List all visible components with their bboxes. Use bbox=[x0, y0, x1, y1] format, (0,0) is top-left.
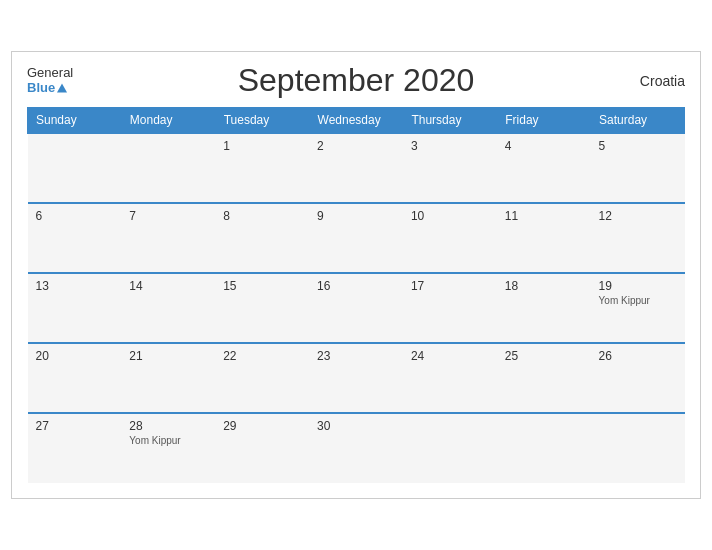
header-wednesday: Wednesday bbox=[309, 108, 403, 134]
day-number: 10 bbox=[411, 209, 489, 223]
country-label: Croatia bbox=[640, 73, 685, 89]
header-tuesday: Tuesday bbox=[215, 108, 309, 134]
calendar-grid: Sunday Monday Tuesday Wednesday Thursday… bbox=[27, 107, 685, 483]
header-monday: Monday bbox=[121, 108, 215, 134]
calendar-cell: 28Yom Kippur bbox=[121, 413, 215, 483]
day-number: 3 bbox=[411, 139, 489, 153]
calendar-cell: 16 bbox=[309, 273, 403, 343]
calendar-cell: 3 bbox=[403, 133, 497, 203]
calendar-cell: 26 bbox=[591, 343, 685, 413]
calendar-title: September 2020 bbox=[238, 62, 475, 99]
day-number: 17 bbox=[411, 279, 489, 293]
calendar-cell bbox=[121, 133, 215, 203]
header-sunday: Sunday bbox=[28, 108, 122, 134]
calendar-cell bbox=[591, 413, 685, 483]
calendar-header: General Blue September 2020 Croatia bbox=[27, 62, 685, 99]
day-number: 21 bbox=[129, 349, 207, 363]
calendar-cell: 6 bbox=[28, 203, 122, 273]
calendar-cell: 21 bbox=[121, 343, 215, 413]
header-saturday: Saturday bbox=[591, 108, 685, 134]
day-number: 1 bbox=[223, 139, 301, 153]
day-number: 9 bbox=[317, 209, 395, 223]
calendar-cell: 15 bbox=[215, 273, 309, 343]
day-number: 26 bbox=[599, 349, 677, 363]
calendar-cell: 17 bbox=[403, 273, 497, 343]
calendar-cell: 23 bbox=[309, 343, 403, 413]
weekday-header-row: Sunday Monday Tuesday Wednesday Thursday… bbox=[28, 108, 685, 134]
event-label: Yom Kippur bbox=[129, 435, 207, 446]
day-number: 6 bbox=[36, 209, 114, 223]
day-number: 16 bbox=[317, 279, 395, 293]
calendar-cell: 13 bbox=[28, 273, 122, 343]
calendar-cell: 24 bbox=[403, 343, 497, 413]
day-number: 2 bbox=[317, 139, 395, 153]
header-friday: Friday bbox=[497, 108, 591, 134]
day-number: 30 bbox=[317, 419, 395, 433]
day-number: 8 bbox=[223, 209, 301, 223]
calendar-cell: 12 bbox=[591, 203, 685, 273]
calendar-cell: 19Yom Kippur bbox=[591, 273, 685, 343]
day-number: 13 bbox=[36, 279, 114, 293]
calendar-week-row: 2728Yom Kippur2930 bbox=[28, 413, 685, 483]
day-number: 24 bbox=[411, 349, 489, 363]
day-number: 19 bbox=[599, 279, 677, 293]
calendar-cell: 2 bbox=[309, 133, 403, 203]
day-number: 14 bbox=[129, 279, 207, 293]
calendar-week-row: 13141516171819Yom Kippur bbox=[28, 273, 685, 343]
day-number: 20 bbox=[36, 349, 114, 363]
day-number: 28 bbox=[129, 419, 207, 433]
calendar-cell: 11 bbox=[497, 203, 591, 273]
logo-general-text: General bbox=[27, 65, 73, 81]
calendar-cell: 10 bbox=[403, 203, 497, 273]
calendar-cell: 18 bbox=[497, 273, 591, 343]
calendar-week-row: 6789101112 bbox=[28, 203, 685, 273]
calendar-cell: 14 bbox=[121, 273, 215, 343]
day-number: 27 bbox=[36, 419, 114, 433]
day-number: 4 bbox=[505, 139, 583, 153]
calendar-cell: 5 bbox=[591, 133, 685, 203]
calendar-cell: 27 bbox=[28, 413, 122, 483]
day-number: 23 bbox=[317, 349, 395, 363]
day-number: 29 bbox=[223, 419, 301, 433]
day-number: 7 bbox=[129, 209, 207, 223]
calendar-cell bbox=[497, 413, 591, 483]
calendar-cell: 20 bbox=[28, 343, 122, 413]
calendar-cell: 25 bbox=[497, 343, 591, 413]
calendar-week-row: 12345 bbox=[28, 133, 685, 203]
calendar-cell: 30 bbox=[309, 413, 403, 483]
day-number: 11 bbox=[505, 209, 583, 223]
day-number: 25 bbox=[505, 349, 583, 363]
calendar-cell bbox=[403, 413, 497, 483]
calendar-cell: 4 bbox=[497, 133, 591, 203]
day-number: 22 bbox=[223, 349, 301, 363]
calendar-cell: 8 bbox=[215, 203, 309, 273]
calendar-cell: 1 bbox=[215, 133, 309, 203]
day-number: 12 bbox=[599, 209, 677, 223]
calendar-cell: 22 bbox=[215, 343, 309, 413]
calendar-cell: 9 bbox=[309, 203, 403, 273]
calendar-cell: 29 bbox=[215, 413, 309, 483]
calendar-cell bbox=[28, 133, 122, 203]
event-label: Yom Kippur bbox=[599, 295, 677, 306]
day-number: 18 bbox=[505, 279, 583, 293]
calendar-week-row: 20212223242526 bbox=[28, 343, 685, 413]
calendar-container: General Blue September 2020 Croatia Sund… bbox=[11, 51, 701, 499]
logo: General Blue bbox=[27, 65, 73, 96]
day-number: 5 bbox=[599, 139, 677, 153]
day-number: 15 bbox=[223, 279, 301, 293]
calendar-cell: 7 bbox=[121, 203, 215, 273]
header-thursday: Thursday bbox=[403, 108, 497, 134]
logo-blue-text: Blue bbox=[27, 81, 55, 97]
logo-triangle-icon bbox=[57, 84, 67, 93]
